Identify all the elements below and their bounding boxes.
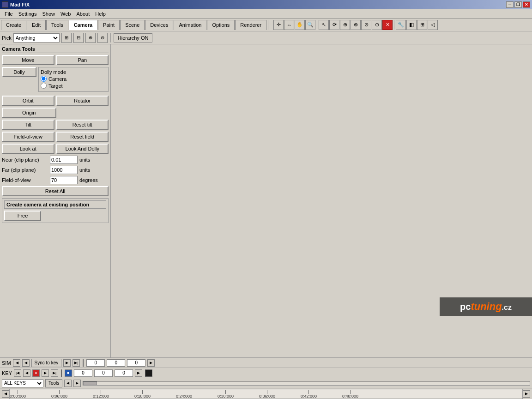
- tick-0: 0:00:000: [10, 390, 26, 399]
- camera-radio[interactable]: [41, 76, 47, 82]
- pick-select[interactable]: Anything: [13, 33, 60, 42]
- timeline-scroll[interactable]: [83, 381, 530, 386]
- reset-tilt-button[interactable]: Reset tilt: [56, 120, 109, 130]
- tool-icon-4[interactable]: ◁: [428, 20, 438, 30]
- key-input-1[interactable]: [74, 369, 92, 377]
- key-next-end[interactable]: ▶|: [51, 369, 58, 377]
- tab-scene[interactable]: Scene: [120, 20, 145, 30]
- sim-next[interactable]: ▶: [63, 359, 71, 367]
- timeline-next[interactable]: ▶: [73, 380, 81, 387]
- far-clip-row: Far (clip plane) units: [2, 166, 109, 174]
- move-button[interactable]: Move: [2, 55, 54, 65]
- tab-create[interactable]: Create: [1, 20, 26, 30]
- tl-back[interactable]: ◀: [2, 390, 9, 398]
- key-go[interactable]: ▶: [135, 369, 142, 377]
- pick-icon-1[interactable]: ⊞: [61, 33, 72, 43]
- tab-renderer[interactable]: Renderer: [235, 20, 266, 30]
- target-radio[interactable]: [41, 83, 47, 89]
- tick-2: 0:12:000: [93, 390, 109, 399]
- action-icon-4[interactable]: ⊘: [361, 20, 371, 30]
- fov-input[interactable]: [50, 176, 78, 184]
- tool-icon-2[interactable]: ◧: [406, 20, 417, 30]
- delete-icon[interactable]: ✕: [382, 20, 393, 30]
- nav-icon-1[interactable]: ✛: [273, 20, 284, 30]
- reset-field-button[interactable]: Reset field: [56, 132, 109, 142]
- nav-icon-3[interactable]: ✋: [295, 20, 305, 30]
- action-icon-2[interactable]: ⊕: [340, 20, 350, 30]
- sim-input-1[interactable]: [86, 359, 105, 367]
- pick-icon-4[interactable]: ⊘: [97, 33, 108, 43]
- look-at-button[interactable]: Look at: [2, 144, 54, 154]
- viewport-container: pctuning.cz: [111, 44, 532, 357]
- dolly-button[interactable]: Dolly: [2, 67, 36, 77]
- menu-file[interactable]: File: [2, 10, 16, 18]
- tilt-button[interactable]: Tilt: [2, 120, 54, 130]
- key-input-3[interactable]: [115, 369, 133, 377]
- tab-animation[interactable]: Animation: [174, 20, 206, 30]
- timeline-ruler[interactable]: 0:00:000 0:06:000 0:12:000 0:18:000 0:24…: [9, 389, 523, 399]
- action-icon-5[interactable]: ⊙: [372, 20, 382, 30]
- menu-show[interactable]: Show: [39, 10, 58, 18]
- timeline-prev[interactable]: ◀: [64, 380, 72, 387]
- orbit-button[interactable]: Orbit: [2, 96, 54, 106]
- sim-prev-end[interactable]: |◀: [13, 359, 20, 367]
- sync-to-key-button[interactable]: Sync to key: [31, 359, 62, 367]
- tools-button[interactable]: Tools: [45, 379, 62, 387]
- rotator-button[interactable]: Rotator: [56, 96, 109, 106]
- key-record-blue[interactable]: ■: [65, 369, 72, 377]
- title-buttons: ─ ❐ ✕: [506, 1, 530, 8]
- nav-icon-2[interactable]: ↔: [284, 20, 294, 30]
- menu-web[interactable]: Web: [58, 10, 73, 18]
- timeline-ruler-container: ◀ 0:00:000 0:06:000 0:12:000 0:18:000 0:…: [0, 388, 532, 399]
- sim-input-3[interactable]: [127, 359, 145, 367]
- key-next[interactable]: ▶: [42, 369, 49, 377]
- sim-next-end[interactable]: ▶|: [73, 359, 80, 367]
- sim-go[interactable]: ▶: [147, 359, 155, 367]
- tab-edit[interactable]: Edit: [27, 20, 46, 30]
- action-icon-3[interactable]: ⊗: [351, 20, 361, 30]
- key-input-2[interactable]: [94, 369, 113, 377]
- reset-all-button[interactable]: Reset All: [2, 186, 109, 196]
- hierarchy-button[interactable]: Hierarchy ON: [114, 33, 153, 42]
- menu-help[interactable]: Help: [92, 10, 109, 18]
- tab-camera[interactable]: Camera: [69, 20, 97, 30]
- origin-button[interactable]: Origin: [2, 108, 56, 118]
- allkeys-select[interactable]: ALL KEYS: [2, 379, 43, 387]
- key-record[interactable]: ●: [32, 369, 40, 377]
- logo-cz: .cz: [502, 303, 512, 311]
- minimize-button[interactable]: ─: [506, 1, 514, 8]
- select-icon[interactable]: ↖: [319, 20, 329, 30]
- field-of-view-button[interactable]: Field-of-view: [2, 132, 54, 142]
- pick-icon-3[interactable]: ⊕: [85, 33, 96, 43]
- fov-value-row: Field-of-view degrees: [2, 176, 109, 184]
- tab-devices[interactable]: Devices: [145, 20, 173, 30]
- tab-paint[interactable]: Paint: [98, 20, 120, 30]
- free-button[interactable]: Free: [4, 211, 41, 221]
- near-clip-input[interactable]: [50, 156, 78, 164]
- sim-prev[interactable]: ◀: [22, 359, 30, 367]
- pick-icon-2[interactable]: ⊟: [73, 33, 84, 43]
- tick-line-3: [142, 390, 143, 394]
- menu-about[interactable]: About: [73, 10, 92, 18]
- tab-tools[interactable]: Tools: [46, 20, 68, 30]
- sim-input-2[interactable]: [107, 359, 125, 367]
- pan-button[interactable]: Pan: [56, 55, 109, 65]
- tl-fwd[interactable]: ▶: [523, 390, 530, 398]
- key-prev[interactable]: ◀: [23, 369, 30, 377]
- look-and-dolly-button[interactable]: Look And Dolly: [56, 144, 109, 154]
- camera-radio-label: Camera: [48, 76, 66, 82]
- tool-icon-1[interactable]: 🔧: [396, 20, 406, 30]
- menu-settings[interactable]: Settings: [16, 10, 40, 18]
- key-stop[interactable]: [145, 369, 152, 377]
- create-camera-group: Create camera at existing position Free: [2, 198, 109, 223]
- key-sep: [61, 369, 62, 377]
- menubar: File Settings Show Web About Help: [0, 9, 532, 18]
- restore-button[interactable]: ❐: [514, 1, 522, 8]
- far-clip-input[interactable]: [50, 166, 78, 174]
- tab-options[interactable]: Options: [207, 20, 235, 30]
- close-button[interactable]: ✕: [523, 1, 530, 8]
- tool-icon-3[interactable]: ⊞: [417, 20, 427, 30]
- action-icon-1[interactable]: ⟳: [329, 20, 339, 30]
- zoom-icon[interactable]: 🔍: [305, 20, 315, 30]
- key-prev-end[interactable]: |◀: [14, 369, 21, 377]
